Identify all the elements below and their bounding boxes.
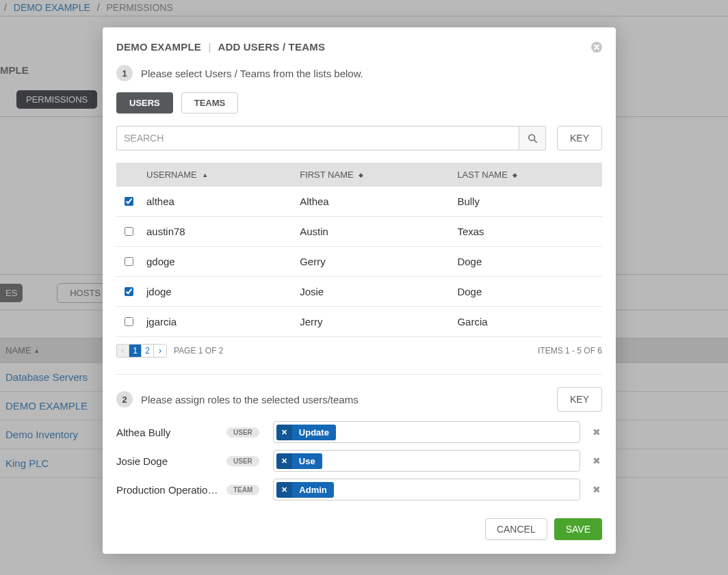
close-icon[interactable] (591, 42, 602, 53)
col-username[interactable]: USERNAME ▲ (141, 163, 294, 187)
row-checkbox[interactable] (125, 227, 133, 236)
svg-line-2 (534, 140, 537, 143)
role-assignment-row: Production Operatio…TEAM✕Admin✖ (116, 479, 602, 500)
col-firstname[interactable]: FIRST NAME ◆ (294, 163, 452, 187)
username-link[interactable]: jgarcia (146, 316, 177, 327)
users-table: USERNAME ▲ FIRST NAME ◆ LAST NAME ◆ alth… (116, 163, 602, 337)
username-link[interactable]: gdoge (146, 256, 175, 267)
role-tag-label: Admin (292, 482, 333, 498)
assignee-type-badge: USER (226, 456, 259, 466)
tab-teams[interactable]: TEAMS (181, 92, 239, 113)
last-name-cell: Garcia (452, 307, 602, 337)
last-name-cell: Bully (452, 187, 602, 217)
pager-page-1[interactable]: 1 (129, 345, 142, 357)
sort-icon: ◆ (359, 172, 363, 178)
first-name-cell: Austin (294, 217, 452, 247)
first-name-cell: Jerry (294, 307, 452, 337)
cancel-button[interactable]: CANCEL (485, 518, 547, 540)
row-checkbox[interactable] (125, 257, 133, 266)
table-row: gdogeGerryDoge (116, 247, 602, 277)
step-1-text: Please select Users / Teams from the lis… (141, 68, 363, 79)
modal-title: DEMO EXAMPLE | ADD USERS / TEAMS (116, 41, 325, 53)
step-1-badge: 1 (116, 65, 133, 81)
role-select[interactable]: ✕Admin (273, 479, 580, 500)
remove-row-icon[interactable]: ✖ (591, 484, 602, 495)
remove-row-icon[interactable]: ✖ (591, 455, 602, 466)
pager-next[interactable]: › (154, 345, 166, 357)
remove-tag-icon[interactable]: ✕ (276, 482, 292, 498)
assignee-name: Production Operatio… (116, 484, 222, 496)
pager-prev[interactable]: ‹ (117, 345, 129, 357)
step-2-badge: 2 (116, 391, 133, 407)
search-icon (528, 133, 537, 143)
username-link[interactable]: jdoge (146, 286, 172, 297)
assignee-name: Josie Doge (116, 455, 222, 467)
username-link[interactable]: althea (146, 196, 174, 207)
add-users-teams-modal: DEMO EXAMPLE | ADD USERS / TEAMS 1 Pleas… (103, 27, 616, 554)
role-assignment-row: Althea BullyUSER✕Update✖ (116, 421, 602, 443)
last-name-cell: Texas (452, 217, 602, 247)
table-row: jgarciaJerryGarcia (116, 307, 602, 337)
pager-page-text: PAGE 1 OF 2 (174, 346, 223, 356)
last-name-cell: Doge (452, 247, 602, 277)
save-button[interactable]: SAVE (554, 518, 602, 540)
username-link[interactable]: austin78 (146, 226, 185, 237)
sort-asc-icon: ▲ (202, 172, 208, 178)
first-name-cell: Josie (294, 277, 452, 307)
table-row: jdogeJosieDoge (116, 277, 602, 307)
row-checkbox[interactable] (125, 197, 133, 206)
remove-tag-icon[interactable]: ✕ (276, 425, 292, 440)
role-select[interactable]: ✕Use (273, 450, 580, 472)
sort-icon: ◆ (512, 172, 517, 178)
step-2-text: Please assign roles to the selected user… (141, 394, 359, 405)
key-button-top[interactable]: KEY (557, 126, 602, 150)
key-button-bottom[interactable]: KEY (557, 387, 602, 412)
remove-row-icon[interactable]: ✖ (591, 427, 602, 438)
assignee-type-badge: USER (226, 427, 259, 438)
row-checkbox[interactable] (125, 317, 133, 326)
col-lastname[interactable]: LAST NAME ◆ (452, 163, 602, 187)
search-button[interactable] (519, 126, 546, 150)
tab-users[interactable]: USERS (116, 92, 173, 113)
remove-tag-icon[interactable]: ✕ (276, 453, 292, 469)
role-select[interactable]: ✕Update (273, 421, 580, 443)
role-tag-label: Use (292, 453, 322, 469)
assignee-type-badge: TEAM (226, 485, 259, 495)
table-row: austin78AustinTexas (116, 217, 602, 247)
role-assignment-row: Josie DogeUSER✕Use✖ (116, 450, 602, 472)
first-name-cell: Gerry (294, 247, 452, 277)
last-name-cell: Doge (452, 277, 602, 307)
search-input[interactable] (116, 126, 519, 150)
role-tag-label: Update (292, 425, 336, 440)
pager: ‹12› (116, 344, 167, 358)
table-row: altheaAltheaBully (116, 187, 602, 217)
assignee-name: Althea Bully (116, 427, 222, 438)
pager-items-text: ITEMS 1 - 5 OF 6 (538, 346, 602, 356)
first-name-cell: Althea (294, 187, 452, 217)
row-checkbox[interactable] (125, 287, 133, 296)
pager-page-2[interactable]: 2 (142, 345, 154, 357)
